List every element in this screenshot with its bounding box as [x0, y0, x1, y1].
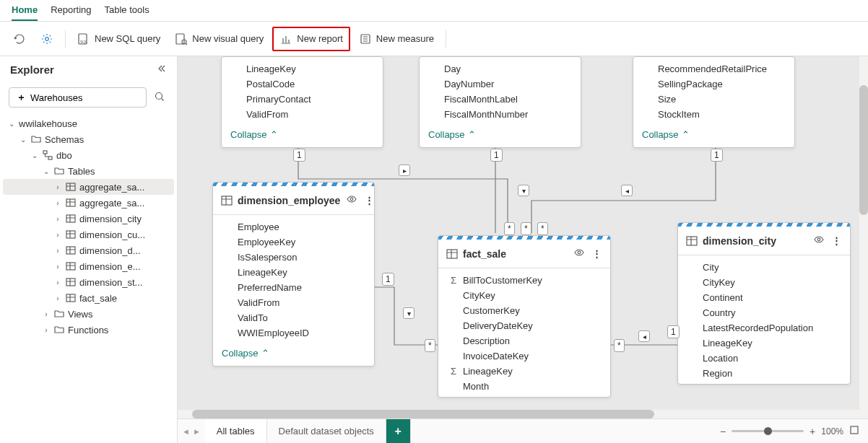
field-row[interactable]: City	[678, 260, 850, 275]
tree-table-item[interactable]: ›dimension_d...	[3, 242, 174, 258]
field-label: LineageKey	[246, 63, 296, 74]
field-row[interactable]: ValidFrom	[222, 107, 383, 122]
field-row[interactable]: CityKey	[438, 288, 610, 303]
tab-home[interactable]: Home	[12, 4, 38, 21]
search-button[interactable]	[151, 88, 168, 108]
table-card[interactable]: LineageKeyPostalCodePrimaryContactValidF…	[221, 56, 383, 148]
field-row[interactable]: EmployeeKey	[213, 234, 374, 250]
zoom-thumb[interactable]	[764, 427, 772, 435]
tree-table-item[interactable]: ›aggregate_sa...	[3, 179, 174, 195]
tree-table-item[interactable]: ›dimension_city	[3, 211, 174, 227]
arrow-icon: ▾	[403, 307, 415, 319]
field-row[interactable]: IsSalesperson	[213, 250, 374, 265]
field-row[interactable]: SellingPackage	[633, 76, 794, 92]
zoom-out-button[interactable]: −	[720, 426, 726, 437]
zoom-slider[interactable]	[732, 430, 804, 432]
field-row[interactable]: Size	[633, 92, 794, 107]
field-row[interactable]: Continent	[678, 290, 850, 305]
visibility-icon[interactable]	[572, 245, 586, 262]
scrollbar-thumb[interactable]	[859, 85, 868, 215]
field-label: CityKey	[703, 277, 735, 288]
field-row[interactable]: Region	[678, 366, 850, 381]
field-row[interactable]: FiscalMonthNumber	[420, 107, 581, 122]
scrollbar-thumb[interactable]	[192, 410, 654, 418]
field-row[interactable]: Month	[438, 379, 610, 394]
field-row[interactable]: CityKey	[678, 275, 850, 290]
field-row[interactable]: Day	[420, 61, 581, 76]
tab-nav-prev[interactable]: ◄	[182, 427, 190, 436]
table-card[interactable]: DayDayNumberFiscalMonthLabelFiscalMonthN…	[419, 56, 581, 148]
field-row[interactable]: InvoiceDateKey	[438, 348, 610, 364]
tree-table-item[interactable]: ›dimension_st...	[3, 274, 174, 290]
field-row[interactable]: DeliveryDateKey	[438, 318, 610, 333]
tree-table-item[interactable]: ›aggregate_sa...	[3, 195, 174, 211]
more-icon[interactable]: ⋮	[591, 247, 603, 260]
arrow-icon: ◂	[638, 330, 650, 342]
field-row[interactable]: ValidFrom	[213, 295, 374, 310]
field-row[interactable]: DayNumber	[420, 76, 581, 92]
field-row[interactable]: FiscalMonthLabel	[420, 92, 581, 107]
field-row[interactable]: LineageKey	[222, 61, 383, 76]
vertical-scrollbar[interactable]	[859, 56, 868, 410]
table-card-dimension-city[interactable]: dimension_city ⋮ CityCityKeyContinentCou…	[677, 222, 851, 385]
field-row[interactable]: PreferredName	[213, 280, 374, 295]
tree-schemas[interactable]: ⌄ Schemas	[3, 131, 174, 147]
collapse-link[interactable]: Collapse⌃	[222, 125, 383, 147]
svg-text:SQL: SQL	[80, 40, 87, 44]
bottom-tab-all-tables[interactable]: All tables	[205, 419, 267, 443]
tab-reporting[interactable]: Reporting	[51, 4, 91, 21]
refresh-button[interactable]	[7, 30, 32, 48]
new-measure-button[interactable]: New measure	[353, 30, 440, 48]
cardinality-one: 1	[667, 325, 680, 338]
tab-table-tools[interactable]: Table tools	[105, 4, 149, 21]
field-label: Region	[703, 368, 732, 379]
tab-nav-next[interactable]: ►	[193, 427, 201, 436]
field-row[interactable]: Location	[678, 351, 850, 366]
field-row[interactable]: LatestRecordedPopulation	[678, 320, 850, 335]
tree-table-item[interactable]: ›fact_sale	[3, 290, 174, 306]
tree-root[interactable]: ⌄ wwilakehouse	[3, 116, 174, 131]
field-row[interactable]: PrimaryContact	[222, 92, 383, 107]
tree-table-item[interactable]: ›dimension_e...	[3, 258, 174, 274]
sigma-icon: Σ	[448, 275, 459, 286]
field-row[interactable]: StockItem	[633, 107, 794, 122]
field-row[interactable]: ValidTo	[213, 310, 374, 325]
tree-table-item[interactable]: ›dimension_cu...	[3, 227, 174, 242]
bottom-tab-default-dataset[interactable]: Default dataset objects	[267, 419, 386, 443]
field-row[interactable]: RecommendedRetailPrice	[633, 61, 794, 76]
warehouses-button[interactable]: ＋ Warehouses	[9, 87, 147, 108]
more-icon[interactable]: ⋮	[830, 234, 843, 247]
add-tab-button[interactable]: +	[386, 419, 411, 443]
new-sql-query-button[interactable]: SQL New SQL query	[71, 30, 166, 48]
field-row[interactable]: Country	[678, 305, 850, 320]
field-row[interactable]: ΣLineageKey	[438, 364, 610, 379]
visibility-icon[interactable]	[344, 192, 359, 209]
field-row[interactable]: ΣBillToCustomerKey	[438, 273, 610, 288]
new-report-button[interactable]: New report	[274, 30, 349, 48]
table-card-fact-sale[interactable]: fact_sale ⋮ ΣBillToCustomerKeyCityKeyCus…	[438, 235, 611, 398]
more-icon[interactable]: ⋮	[363, 193, 375, 207]
table-card-dimension-employee[interactable]: dimension_employee ⋮ EmployeeEmployeeKey…	[212, 182, 375, 367]
collapse-link[interactable]: Collapse⌃	[213, 343, 374, 366]
new-visual-query-button[interactable]: New visual query	[169, 30, 269, 48]
collapse-link[interactable]: Collapse⌃	[420, 125, 581, 147]
field-row[interactable]: CustomerKey	[438, 303, 610, 318]
collapse-explorer-button[interactable]	[157, 63, 167, 76]
table-card[interactable]: RecommendedRetailPriceSellingPackageSize…	[633, 56, 795, 148]
field-row[interactable]: WWIEmployeeID	[213, 325, 374, 341]
field-row[interactable]: PostalCode	[222, 76, 383, 92]
field-row[interactable]: Description	[438, 333, 610, 348]
field-row[interactable]: Employee	[213, 219, 374, 234]
zoom-in-button[interactable]: +	[810, 426, 815, 437]
zoom-fit-button[interactable]	[849, 425, 859, 437]
horizontal-scrollbar[interactable]	[178, 410, 868, 418]
visibility-icon[interactable]	[812, 232, 826, 249]
settings-button[interactable]	[35, 30, 59, 48]
tree-views[interactable]: › Views	[3, 306, 174, 322]
tree-functions[interactable]: › Functions	[3, 322, 174, 338]
collapse-link[interactable]: Collapse⌃	[633, 125, 794, 147]
tree-tables[interactable]: ⌄ Tables	[3, 163, 174, 179]
field-row[interactable]: LineageKey	[213, 265, 374, 280]
field-row[interactable]: LineageKey	[678, 335, 850, 351]
tree-dbo[interactable]: ⌄ dbo	[3, 147, 174, 163]
